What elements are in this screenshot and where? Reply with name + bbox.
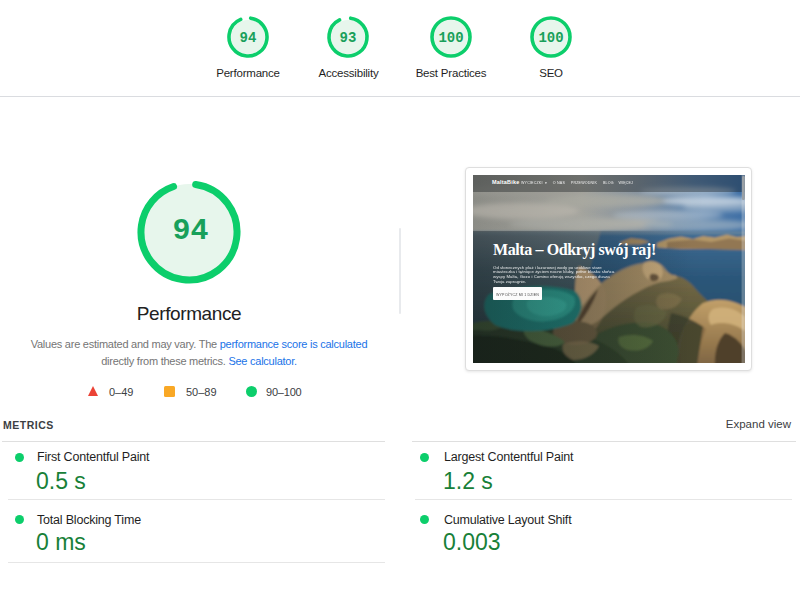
svg-text:93: 93	[340, 30, 357, 46]
svg-text:100: 100	[538, 30, 563, 46]
svg-text:100: 100	[438, 30, 463, 46]
svg-text:94: 94	[172, 214, 208, 248]
svg-text:94: 94	[240, 30, 257, 46]
